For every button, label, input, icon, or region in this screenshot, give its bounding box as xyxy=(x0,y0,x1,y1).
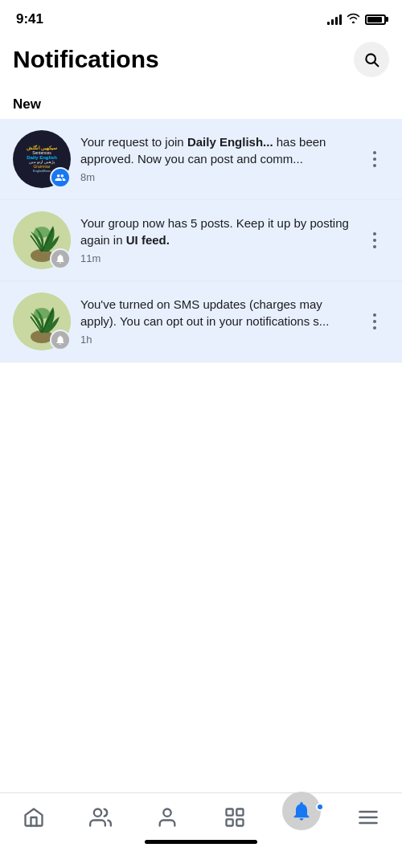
wifi-icon xyxy=(347,13,360,26)
svg-point-8 xyxy=(94,809,101,817)
status-bar: 9:41 xyxy=(0,0,402,34)
notification-time: 11m xyxy=(80,252,354,266)
home-icon xyxy=(23,806,45,829)
svg-rect-12 xyxy=(226,819,232,825)
groups-icon xyxy=(224,806,246,829)
more-options-button[interactable] xyxy=(360,226,389,255)
more-options-button[interactable] xyxy=(360,307,389,336)
svg-point-9 xyxy=(164,809,171,817)
search-icon xyxy=(363,51,379,68)
bottom-navigation xyxy=(0,792,402,868)
notification-time: 8m xyxy=(80,170,354,185)
search-button[interactable] xyxy=(354,42,389,77)
notification-item[interactable]: Your group now has 5 posts. Keep it up b… xyxy=(0,200,402,281)
bell-badge-icon xyxy=(50,330,71,350)
home-indicator xyxy=(145,840,257,844)
notification-time: 1h xyxy=(80,333,354,347)
notification-text: You've turned on SMS updates (charges ma… xyxy=(80,296,354,347)
status-time: 9:41 xyxy=(16,11,43,27)
active-indicator xyxy=(316,803,324,811)
avatar xyxy=(13,293,71,350)
signal-icon xyxy=(327,14,342,25)
friends-icon xyxy=(89,806,112,829)
nav-item-notifications[interactable] xyxy=(277,801,326,833)
section-label-new: New xyxy=(0,90,402,119)
status-icons xyxy=(327,13,386,26)
nav-item-friends[interactable] xyxy=(76,801,125,833)
svg-point-7 xyxy=(34,308,50,319)
nav-item-menu[interactable] xyxy=(344,801,392,833)
profile-icon xyxy=(156,806,178,829)
notification-item[interactable]: سیکھیں انگلش Sentences Daily English پڑھ… xyxy=(0,119,402,200)
notification-active-icon xyxy=(290,800,313,822)
svg-point-4 xyxy=(34,227,50,238)
page-title: Notifications xyxy=(13,46,159,73)
nav-item-home[interactable] xyxy=(10,801,58,833)
notification-text: Your request to join Daily English... ha… xyxy=(80,133,354,185)
notification-text: Your group now has 5 posts. Keep it up b… xyxy=(80,215,354,266)
more-options-button[interactable] xyxy=(360,145,389,174)
svg-rect-10 xyxy=(226,809,232,816)
avatar: سیکھیں انگلش Sentences Daily English پڑھ… xyxy=(13,130,71,188)
header: Notifications xyxy=(0,34,402,90)
notification-item[interactable]: You've turned on SMS updates (charges ma… xyxy=(0,281,402,362)
nav-item-profile[interactable] xyxy=(143,801,191,833)
svg-rect-11 xyxy=(236,809,243,816)
nav-item-groups[interactable] xyxy=(211,801,259,833)
avatar xyxy=(13,211,71,269)
svg-line-1 xyxy=(375,63,379,67)
svg-rect-13 xyxy=(236,819,243,825)
battery-icon xyxy=(365,14,386,25)
friends-badge-icon xyxy=(50,167,71,188)
bell-badge-icon xyxy=(50,248,71,269)
menu-icon xyxy=(357,806,379,829)
